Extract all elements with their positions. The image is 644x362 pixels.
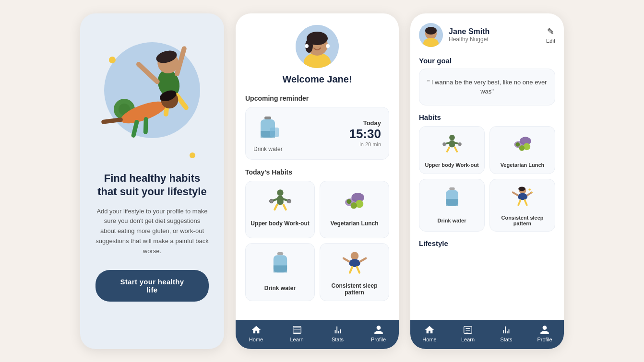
profile-icon	[373, 325, 384, 335]
svg-rect-39	[277, 252, 283, 255]
svg-point-37	[350, 202, 357, 209]
nav-3-learn-label: Learn	[461, 337, 475, 342]
avatar-svg	[296, 25, 339, 68]
svg-line-75	[525, 200, 526, 205]
svg-line-44	[343, 258, 349, 261]
svg-rect-22	[264, 117, 271, 119]
profile-scroll-area[interactable]: Jane Smith Healthy Nugget ✎ Edit Your go…	[410, 13, 564, 320]
goal-text: " I wanna be the very best, like no one …	[427, 78, 547, 96]
svg-line-14	[142, 119, 150, 132]
edit-button[interactable]: ✎ Edit	[546, 26, 555, 44]
nav-3-stats-label: Stats	[500, 337, 512, 342]
habits-grid-3: Upper body Work-out Vegetarian Lunch	[419, 126, 555, 232]
habit-name-3-lunch: Vegetarian Lunch	[501, 162, 545, 168]
profile-header: Jane Smith Healthy Nugget ✎ Edit	[419, 23, 555, 47]
svg-line-45	[360, 258, 366, 261]
profile-icon-3	[539, 325, 550, 335]
start-button[interactable]: Start your healthy life	[95, 270, 209, 302]
learn-icon	[292, 325, 302, 335]
svg-point-20	[305, 44, 309, 48]
svg-point-64	[519, 145, 525, 151]
onboarding-screen: Find healthy habits that suit your lifes…	[80, 13, 224, 349]
svg-line-74	[518, 200, 520, 205]
nav-3-home-label: Home	[422, 337, 436, 342]
nav-3-home[interactable]: Home	[417, 325, 441, 342]
nav-stats[interactable]: Stats	[326, 325, 350, 342]
edit-icon: ✎	[547, 26, 554, 37]
svg-point-58	[458, 142, 461, 146]
onboarding-title: Find healthy habits that suit your lifes…	[95, 172, 209, 199]
svg-line-13	[130, 122, 141, 135]
stats-icon-3	[501, 325, 512, 335]
habit-3-water[interactable]: Drink water	[419, 179, 485, 232]
nav-learn-label: Learn	[290, 337, 303, 342]
habit-name-lunch: Vegetarian Lunch	[330, 220, 378, 227]
svg-rect-25	[270, 128, 279, 137]
profile-header-left: Jane Smith Healthy Nugget	[419, 23, 489, 47]
nav-stats-label: Stats	[332, 337, 344, 342]
water-icon	[268, 250, 292, 281]
svg-point-70	[518, 187, 525, 191]
nav-profile[interactable]: Profile	[367, 325, 391, 342]
svg-line-73	[527, 192, 532, 195]
svg-rect-66	[449, 187, 454, 190]
habits-section: Habits	[419, 113, 555, 232]
svg-line-8	[177, 93, 186, 109]
habit-card-workout[interactable]: Upper body Work-out	[245, 181, 315, 238]
svg-line-32	[274, 205, 277, 210]
lifestyle-section-title: Lifestyle	[419, 239, 555, 247]
svg-point-42	[350, 252, 358, 260]
avatar-section: Welcome Jane!	[245, 25, 389, 85]
reminder-right: Today 15:30 in 20 min	[349, 119, 382, 147]
learn-icon-3	[463, 325, 473, 335]
reminder-left: Drink water	[253, 114, 283, 152]
text-block: Find healthy habits that suit your lifes…	[92, 172, 213, 302]
svg-point-65	[515, 142, 520, 147]
avatar	[296, 25, 339, 68]
nav-3-learn[interactable]: Learn	[456, 325, 480, 342]
habit-name-3-sleep: Consistent sleep pattern	[494, 215, 551, 226]
stats-icon	[333, 325, 343, 335]
svg-point-76	[528, 188, 530, 190]
water-icon-3	[441, 186, 463, 214]
illustration	[95, 28, 210, 162]
habit-3-sleep[interactable]: Consistent sleep pattern	[489, 179, 555, 232]
svg-line-5	[139, 60, 157, 85]
svg-point-43	[349, 259, 360, 267]
reminder-soon: in 20 min	[349, 141, 382, 147]
habit-name-water: Drink water	[264, 285, 296, 292]
underline-your: your	[140, 278, 156, 286]
habit-name-sleep: Consistent sleep pattern	[325, 282, 384, 296]
habit-3-lunch[interactable]: Vegetarian Lunch	[489, 126, 555, 174]
habit-card-water[interactable]: Drink water	[245, 243, 315, 301]
characters-svg	[95, 28, 210, 162]
lunch-icon-3	[512, 133, 533, 158]
goal-section-title: Your goal	[419, 57, 555, 65]
home-scroll-area[interactable]: Welcome Jane! Upcoming reminder Drink wa…	[236, 13, 399, 320]
reminder-section-label: Upcoming reminder	[245, 94, 389, 102]
habit-3-workout[interactable]: Upper body Work-out	[419, 126, 485, 174]
habit-card-lunch[interactable]: Vegetarian Lunch	[320, 181, 389, 238]
nav-3-stats[interactable]: Stats	[494, 325, 518, 342]
svg-line-59	[447, 147, 449, 152]
bottom-nav: Home Learn Stats Profile	[236, 320, 399, 349]
profile-name: Jane Smith	[449, 27, 489, 36]
habit-name-workout: Upper body Work-out	[250, 220, 309, 227]
edit-label: Edit	[546, 38, 555, 44]
bottom-nav-3: Home Learn Stats Profile	[410, 320, 564, 349]
svg-line-46	[350, 267, 352, 273]
goal-section: Your goal " I wanna be the very best, li…	[419, 57, 555, 105]
home-icon-3	[424, 325, 435, 335]
nav-home[interactable]: Home	[244, 325, 268, 342]
svg-point-71	[517, 193, 527, 200]
nav-learn[interactable]: Learn	[285, 325, 309, 342]
goal-box: " I wanna be the very best, like no one …	[419, 69, 555, 105]
svg-line-60	[454, 147, 456, 152]
nav-3-profile-label: Profile	[537, 337, 552, 342]
habit-card-sleep[interactable]: Consistent sleep pattern	[320, 243, 389, 301]
home-screen: Welcome Jane! Upcoming reminder Drink wa…	[236, 13, 399, 349]
svg-rect-27	[277, 196, 283, 204]
habits-grid: Upper body Work-out Vegetarian Lunch	[245, 181, 389, 301]
nav-3-profile[interactable]: Profile	[533, 325, 557, 342]
reminder-card[interactable]: Drink water Today 15:30 in 20 min	[245, 107, 389, 160]
